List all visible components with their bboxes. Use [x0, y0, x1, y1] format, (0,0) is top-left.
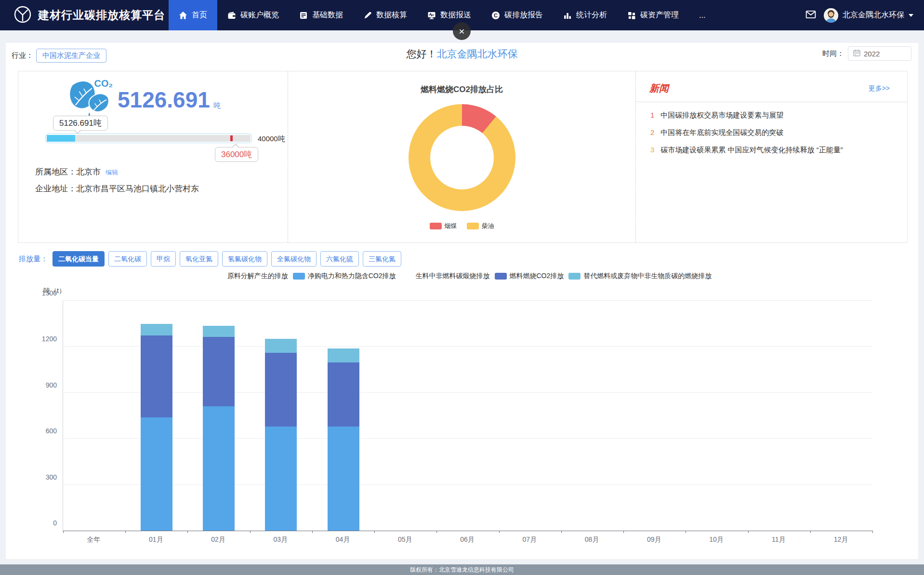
main-menu: 首页 碳账户概览 基础数据 数据核算 数据报送 C 碳排放报告 统计分析 碳资产 [169, 0, 715, 30]
stacked-bar-chart [63, 301, 872, 531]
platform-title: 建材行业碳排放核算平台 [38, 8, 165, 23]
wallet-icon [227, 11, 236, 20]
edit-region-link[interactable]: 编辑 [106, 169, 118, 176]
region-line: 所属地区：北京市编辑 [35, 166, 118, 177]
news-item-1[interactable]: 1 中国碳排放权交易市场建设要素与展望 [650, 111, 898, 120]
username: 北京金隅北水环保 [843, 10, 904, 20]
nav-item-data-submission[interactable]: 数据报送 [417, 0, 481, 30]
filter-co2[interactable]: 二氧化碳 [108, 251, 147, 267]
nav-item-statistics[interactable]: 统计分析 [553, 0, 617, 30]
time-row: 时间： 2022 [822, 46, 911, 61]
filter-nf3[interactable]: 三氟化氮 [363, 251, 401, 267]
filter-label: 排放量： [19, 254, 48, 264]
news-divider [636, 102, 907, 102]
nav-item-data-accounting[interactable]: 数据核算 [353, 0, 417, 30]
legend-item-coal[interactable]: 烟煤 [430, 222, 457, 230]
svg-text:C: C [494, 13, 498, 18]
nav-item-base-data[interactable]: 基础数据 [289, 0, 353, 30]
brand: 建材行业碳排放核算平台 [0, 0, 169, 30]
region-value: 北京市 [76, 167, 101, 176]
emission-summary: CO₂ 5126.691 吨 5126.691吨 [18, 71, 288, 242]
filter-co2e[interactable]: 二氧化碳当量 [53, 251, 105, 267]
fuel-donut-section: 燃料燃烧CO2排放占比 烟煤 柴油 [288, 71, 636, 242]
database-icon [299, 11, 308, 20]
nav-item-home[interactable]: 首页 [169, 0, 217, 30]
news-list: 1 中国碳排放权交易市场建设要素与展望 2 中国将在年底前实现全国碳交易的突破 … [650, 111, 898, 163]
news-section: 新闻 更多>> 1 中国碳排放权交易市场建设要素与展望 2 中国将在年底前实现全… [636, 71, 907, 242]
nav-item-emission-report[interactable]: C 碳排放报告 [481, 0, 553, 30]
donut-legend: 烟煤 柴油 [288, 222, 635, 230]
main-card: 行业： 中国水泥生产企业 您好！北京金隅北水环保 时间： 2022 CO₂ [6, 43, 918, 559]
info-panel: CO₂ 5126.691 吨 5126.691吨 [18, 71, 908, 243]
legend-alternative-fuel[interactable]: 替代燃料或废弃物中非生物质碳的燃烧排放 [568, 272, 712, 281]
bar-03月[interactable] [265, 339, 297, 531]
legend-fuel-combustion[interactable]: 燃料燃烧CO2排放 [495, 272, 564, 281]
legend-purchased-energy[interactable]: 净购电力和热力隐含CO2排放 [293, 272, 396, 281]
leaf-co2-icon: CO₂ [66, 76, 116, 121]
avatar [824, 8, 838, 23]
quota-marker [230, 135, 233, 141]
news-item-2[interactable]: 2 中国将在年底前实现全国碳交易的突破 [650, 128, 898, 137]
address-value: 北京市昌平区马池口镇北小营村东 [76, 184, 199, 193]
nav-item-more[interactable]: ... [689, 0, 715, 30]
donut-hole [430, 126, 494, 189]
greeting-prefix: 您好！ [407, 48, 437, 59]
filter-n2o[interactable]: 氧化亚氮 [180, 251, 218, 267]
co2-total-unit: 吨 [213, 101, 221, 110]
progress-fill [47, 135, 75, 142]
fuel-donut-chart [409, 104, 515, 211]
greeting: 您好！北京金隅北水环保 [6, 47, 918, 61]
copyright-text: 版权所有：北京雪迪龙信息科技有限公司 [410, 566, 514, 574]
bar-chart-legend: 原料分解产生的排放 净购电力和热力隐含CO2排放 生料中非燃料碳煅烧排放 燃料燃… [6, 272, 918, 281]
y-axis-ticks: 0 300 600 900 1200 1500 [6, 301, 57, 531]
quota-marker-tooltip: 36000吨 [215, 147, 258, 162]
gas-filter-row: 排放量： 二氧化碳当量 二氧化碳 甲烷 氧化亚氮 氢氟碳化物 全氟碳化物 六氟化… [19, 251, 401, 267]
year-picker[interactable]: 2022 [848, 46, 911, 61]
bar-01月[interactable] [141, 324, 172, 531]
news-item-3[interactable]: 3 碳市场建设硕果累累 中国应对气候变化持续释放 “正能量” [650, 146, 898, 155]
year-value: 2022 [864, 50, 880, 58]
emission-progress-bar [45, 134, 252, 143]
user-menu[interactable]: 北京金隅北水环保 [824, 8, 913, 23]
nav-item-carbon-account[interactable]: 碳账户概览 [217, 0, 289, 30]
greeting-company[interactable]: 北京金隅北水环保 [437, 48, 518, 59]
calendar-icon [853, 49, 860, 58]
diesel-swatch [467, 223, 479, 229]
filter-ch4[interactable]: 甲烷 [151, 251, 176, 267]
coal-swatch [430, 223, 442, 229]
platform-logo-icon [13, 5, 32, 26]
monitor-icon [427, 11, 436, 20]
svg-text:CO₂: CO₂ [94, 78, 113, 89]
legend-raw-meal-calcination[interactable]: 生料中非燃料碳煅烧排放 [401, 272, 490, 281]
donut-title: 燃料燃烧CO2排放占比 [288, 84, 635, 95]
time-label: 时间： [822, 49, 844, 58]
filter-sf6[interactable]: 六氟化硫 [320, 251, 359, 267]
chevron-down-icon [909, 14, 913, 17]
news-title: 新闻 [649, 82, 669, 95]
legend-item-diesel[interactable]: 柴油 [467, 222, 494, 230]
legend-raw-decomposition[interactable]: 原料分解产生的排放 [212, 272, 288, 281]
filter-hfcs[interactable]: 氢氟碳化物 [222, 251, 267, 267]
filter-pfcs[interactable]: 全氟碳化物 [271, 251, 317, 267]
address-line: 企业地址：北京市昌平区马池口镇北小营村东 [35, 183, 199, 194]
progress-max-label: 40000吨 [258, 134, 285, 144]
bar-02月[interactable] [203, 326, 235, 531]
report-icon: C [491, 11, 500, 20]
pen-icon [363, 11, 372, 20]
news-more-link[interactable]: 更多>> [869, 84, 890, 93]
mail-icon[interactable] [805, 9, 816, 22]
bar-04月[interactable] [328, 348, 359, 531]
progress-value-tooltip: 5126.691吨 [53, 116, 108, 131]
close-button[interactable]: × [453, 22, 471, 40]
home-icon [179, 11, 187, 20]
nav-item-carbon-assets[interactable]: 碳资产管理 [617, 0, 689, 30]
footer: 版权所有：北京雪迪龙信息科技有限公司 [0, 564, 924, 575]
x-axis-labels: 全年 01月 02月 03月 04月 05月 06月 07月 08月 09月 1… [63, 535, 872, 544]
stats-icon [563, 11, 572, 20]
co2-total-value: 5126.691 [118, 89, 210, 111]
assets-icon [627, 11, 636, 20]
